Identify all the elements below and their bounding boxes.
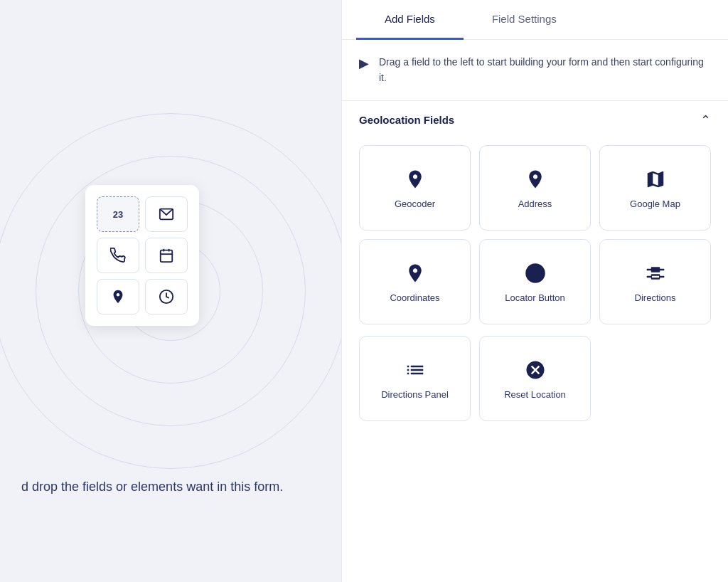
- fields-grid-bottom: Directions Panel Reset Location: [342, 336, 728, 438]
- field-label-address: Address: [518, 199, 552, 209]
- hint-banner: ▶ Drag a field to the left to start buil…: [342, 40, 728, 101]
- right-panel: Add Fields Field Settings ▶ Drag a field…: [341, 0, 728, 582]
- field-card-google-map[interactable]: Google Map: [599, 145, 711, 231]
- field-label-locator-button: Locator Button: [505, 292, 565, 303]
- form-preview-card: 23: [85, 185, 199, 326]
- field-card-directions-panel[interactable]: Directions Panel: [359, 336, 471, 421]
- cursor-icon: ▶: [359, 55, 369, 71]
- drag-instruction: d drop the fields or elements want in th…: [21, 477, 283, 497]
- field-phone[interactable]: [97, 238, 139, 273]
- field-time[interactable]: [145, 279, 188, 314]
- svg-rect-1: [161, 250, 173, 263]
- field-label-reset-location: Reset Location: [504, 389, 566, 400]
- collapse-icon[interactable]: ⌃: [700, 112, 711, 128]
- geolocation-section-header: Geolocation Fields ⌃: [342, 101, 728, 139]
- field-label-google-map: Google Map: [630, 199, 680, 209]
- field-card-locator-button[interactable]: Locator Button: [479, 239, 591, 324]
- field-card-reset-location[interactable]: Reset Location: [479, 336, 591, 421]
- field-card-address[interactable]: Address: [479, 145, 591, 231]
- tab-bar: Add Fields Field Settings: [342, 0, 728, 40]
- left-panel: 23: [0, 0, 341, 582]
- tab-add-fields[interactable]: Add Fields: [356, 0, 464, 40]
- hint-text: Drag a field to the left to start buildi…: [379, 54, 711, 86]
- field-card-directions[interactable]: Directions: [599, 239, 711, 324]
- field-card-coordinates[interactable]: Coordinates: [359, 239, 471, 324]
- field-calendar[interactable]: [145, 238, 188, 273]
- field-number-dragging[interactable]: 23: [97, 196, 139, 232]
- field-label-directions: Directions: [635, 292, 676, 303]
- field-label-geocoder: Geocoder: [395, 199, 435, 209]
- section-title: Geolocation Fields: [359, 114, 454, 126]
- svg-point-7: [532, 271, 538, 277]
- field-card-geocoder[interactable]: Geocoder: [359, 145, 471, 231]
- field-label-directions-panel: Directions Panel: [381, 389, 449, 400]
- fields-grid: Geocoder Address Google Map Coordinates: [342, 139, 728, 336]
- field-label-coordinates: Coordinates: [390, 292, 439, 303]
- tab-field-settings[interactable]: Field Settings: [464, 0, 585, 40]
- field-email[interactable]: [145, 196, 188, 232]
- field-location[interactable]: [97, 279, 139, 314]
